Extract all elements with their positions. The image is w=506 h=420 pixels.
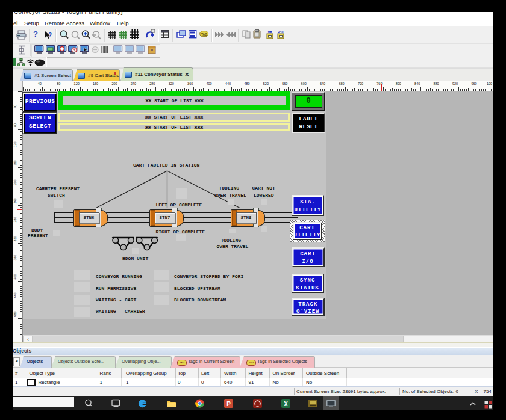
svg-text:24c: 24c [278,30,283,34]
svg-text:X: X [284,400,288,407]
svg-text:?: ? [48,32,52,39]
svg-text:TAG: TAG [201,32,207,36]
svg-text:■■: ■■ [268,30,272,34]
svg-text:P: P [226,400,231,407]
